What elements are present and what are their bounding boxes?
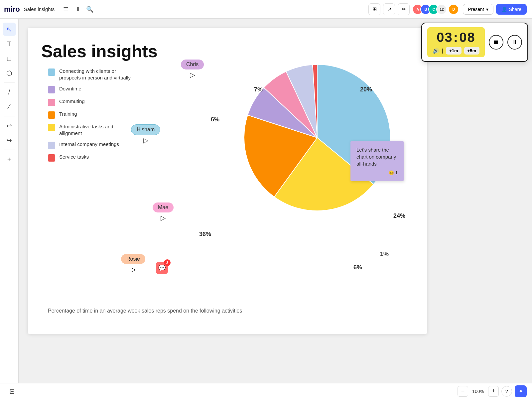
pause-icon: ⏸: [512, 39, 518, 46]
legend-label-service: Service tasks: [59, 154, 89, 160]
left-toolbar: ↖ T □ ⬡ / ∕ ↩ ↪ +: [0, 19, 19, 399]
legend-item: Commuting: [48, 98, 132, 106]
divider: [4, 116, 15, 116]
cursor-arrow-hisham: ▷: [143, 136, 148, 144]
cursor-rosie: Rosie ▷: [121, 254, 145, 273]
share-icon: 👤: [501, 7, 507, 12]
cursor-label-chris: Chris: [181, 60, 204, 69]
pct-label-1: 1%: [380, 251, 389, 258]
legend-color-training: [48, 111, 55, 119]
bottom-right-controls: − 100% + ? ✦: [458, 385, 527, 397]
pct-label-6-internal: 6%: [353, 264, 362, 271]
legend-color-internal: [48, 142, 55, 149]
pie-chart: [234, 55, 400, 221]
cursor-arrow-mae: ▷: [161, 214, 166, 222]
redo-button[interactable]: ↪: [3, 134, 16, 147]
laser-button[interactable]: ↗: [383, 3, 395, 15]
divider: [4, 82, 15, 83]
timer-pause-button[interactable]: ⏸: [507, 35, 522, 50]
divider: [4, 150, 15, 150]
share-button[interactable]: 👤 Share: [496, 4, 527, 15]
sticky-reaction: 😊 1: [356, 170, 398, 176]
cursor-hisham: Hisham ▷: [131, 124, 160, 144]
pen-button[interactable]: ✏: [398, 3, 410, 15]
cursor-label-rosie: Rosie: [121, 254, 145, 264]
sticky-tool[interactable]: □: [3, 52, 16, 65]
add-button[interactable]: +: [3, 153, 16, 166]
share-label: Share: [509, 7, 521, 12]
timer-controls: 🔊 | +1m +5m: [433, 47, 479, 55]
search-button[interactable]: 🔍: [84, 3, 96, 15]
board-caption: Percentage of time in an average week sa…: [48, 308, 242, 314]
timer-display: 03 : 08 🔊 | +1m +5m: [427, 27, 485, 57]
zoom-in-button[interactable]: +: [488, 386, 499, 397]
legend-item: Training: [48, 111, 132, 119]
legend-color-service: [48, 154, 55, 162]
sticky-note[interactable]: Let's share the chart on company all-han…: [350, 141, 404, 181]
zoom-out-button[interactable]: −: [458, 386, 468, 397]
topbar-right: ⊞ ↗ ✏ A B C 12 D Present ▾ 👤 Share: [368, 3, 527, 15]
pen-tool[interactable]: /: [3, 85, 16, 99]
sticky-note-text: Let's share the chart on company all-han…: [356, 147, 396, 167]
pct-label-20: 20%: [360, 86, 372, 93]
cursor-label-hisham: Hisham: [131, 124, 160, 135]
upload-button[interactable]: ⬆: [72, 3, 84, 15]
legend-color-admin: [48, 124, 55, 131]
cursor-label-mae: Mae: [153, 202, 174, 212]
cursor-arrow-rosie: ▷: [131, 265, 136, 273]
chevron-down-icon: ▾: [486, 7, 488, 12]
present-button[interactable]: Present ▾: [463, 4, 493, 15]
pie-svg: [234, 55, 400, 221]
menu-button[interactable]: ☰: [60, 3, 72, 15]
legend-item: Connecting with clients or prospects in …: [48, 68, 132, 81]
timer-numbers: 03 : 08: [437, 30, 475, 45]
avatar-group: A B C 12 D: [412, 4, 459, 15]
pct-label-24: 24%: [393, 212, 405, 219]
board-title: Sales insights: [24, 6, 55, 12]
timer-add-1m[interactable]: +1m: [446, 47, 461, 55]
present-label: Present: [468, 7, 484, 12]
shapes-tool[interactable]: ⬡: [3, 66, 16, 80]
zoom-level: 100%: [471, 389, 485, 394]
sound-icon: 🔊: [433, 48, 439, 54]
cursor-mae: Mae ▷: [153, 202, 174, 222]
legend-label-training: Training: [59, 111, 77, 117]
timer-overlay: 03 : 08 🔊 | +1m +5m ⏹ ⏸: [421, 23, 528, 62]
line-tool[interactable]: ∕: [3, 100, 16, 113]
legend-item: Downtime: [48, 85, 132, 93]
sidebar-toggle-button[interactable]: ⊟: [5, 385, 19, 398]
logo: miro: [4, 5, 20, 14]
canvas: Sales insights Connecting with clients o…: [19, 19, 532, 383]
legend-color-connecting: [48, 68, 55, 76]
text-tool[interactable]: T: [3, 37, 16, 51]
top-bar: miro Sales insights ☰ ⬆ 🔍 ⊞ ↗ ✏ A B C 12…: [0, 0, 532, 19]
select-tool[interactable]: ↖: [3, 23, 16, 36]
bottom-bar: ⊟ − 100% + ? ✦: [0, 383, 532, 399]
pct-label-36: 36%: [199, 231, 211, 238]
avatar: D: [448, 4, 459, 15]
separator: |: [442, 48, 443, 54]
pct-label-7: 7%: [254, 86, 263, 93]
magic-icon: ✦: [518, 388, 523, 395]
avatar-count: 12: [436, 4, 447, 15]
cursor-arrow-chris: ▷: [190, 71, 195, 79]
legend-item: Administrative tasks and allignment: [48, 123, 132, 136]
legend-label-internal: Internal company meetings: [59, 141, 119, 148]
magic-button[interactable]: ✦: [515, 385, 527, 397]
help-button[interactable]: ?: [501, 386, 512, 397]
legend-item: Internal company meetings: [48, 141, 132, 149]
grid-button[interactable]: ⊞: [368, 3, 380, 15]
timer-add-5m[interactable]: +5m: [464, 47, 479, 55]
timer-seconds: 08: [459, 30, 475, 45]
legend-color-commuting: [48, 99, 55, 106]
legend-item: Service tasks: [48, 154, 132, 162]
timer-minutes: 03: [437, 30, 453, 45]
legend: Connecting with clients or prospects in …: [48, 68, 132, 162]
chat-button[interactable]: 💬 3: [156, 262, 168, 274]
cursor-chris: Chris ▷: [181, 60, 204, 79]
board: Sales insights Connecting with clients o…: [28, 28, 427, 334]
legend-label-commuting: Commuting: [59, 98, 85, 105]
pct-label-6-commuting: 6%: [211, 116, 219, 123]
timer-stop-button[interactable]: ⏹: [489, 35, 503, 50]
undo-button[interactable]: ↩: [3, 119, 16, 132]
